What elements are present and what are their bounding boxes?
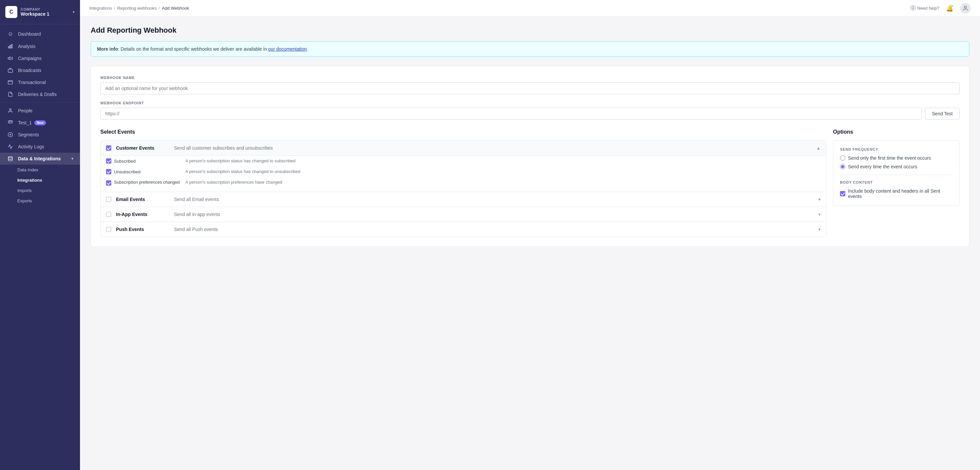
webhook-endpoint-label: WEBHOOK ENDPOINT xyxy=(100,101,960,105)
breadcrumb-reporting-webhooks[interactable]: Reporting webhooks xyxy=(117,6,157,11)
first-time-radio-wrap[interactable]: Send only the first time the event occur… xyxy=(840,155,953,161)
sidebar-item-test1[interactable]: Test_1 New xyxy=(0,117,80,129)
notification-bell[interactable]: 🔔 xyxy=(946,5,953,12)
unsubscribed-checkbox[interactable] xyxy=(106,169,111,174)
body-content-checkbox[interactable] xyxy=(840,191,845,196)
analysis-icon xyxy=(7,44,14,49)
sidebar-subitem-exports[interactable]: Exports xyxy=(0,196,80,206)
breadcrumb-sep-2: / xyxy=(159,6,160,11)
sidebar-item-analysis[interactable]: Analysis xyxy=(0,40,80,53)
push-events-checkbox[interactable] xyxy=(106,227,111,232)
webhook-name-input[interactable] xyxy=(100,82,960,94)
nav-divider xyxy=(0,102,80,103)
workspace-name: Workspace 1 xyxy=(21,11,73,17)
customer-events-chevron-up[interactable]: ▲ xyxy=(816,145,821,151)
sidebar-item-label: Transactional xyxy=(18,80,46,85)
email-events-chevron[interactable]: ▾ xyxy=(818,197,821,202)
campaigns-icon xyxy=(7,56,14,61)
push-events-row: Push Events Send all Push events ▾ xyxy=(101,222,826,237)
body-content-cb-wrap[interactable]: Include body content and headers in all … xyxy=(840,188,953,199)
sidebar-item-people[interactable]: People xyxy=(0,105,80,117)
workspace-header[interactable]: C COMPANY Workspace 1 ▾ xyxy=(0,0,80,24)
every-time-label: Send every time the event occurs xyxy=(848,164,917,169)
sidebar-item-label: Segments xyxy=(18,132,39,137)
company-logo: C xyxy=(5,6,18,18)
push-events-header[interactable]: Push Events Send all Push events ▾ xyxy=(106,227,821,232)
customer-events-row: Customer Events Send all customer subscr… xyxy=(101,141,826,156)
in-app-events-header[interactable]: In-App Events Send all in-app events ▾ xyxy=(106,212,821,217)
every-time-radio[interactable] xyxy=(840,164,845,169)
options-column: Options SEND FREQUENCY Send only the fir… xyxy=(833,129,960,206)
test1-icon xyxy=(7,120,14,125)
email-events-name: Email Events xyxy=(116,197,169,202)
sidebar-item-deliveries[interactable]: Deliveries & Drafts xyxy=(0,88,80,100)
two-column-layout: Select Events Customer Events Send xyxy=(100,129,960,237)
subscribed-row: Subscribed A person's subscription statu… xyxy=(106,156,821,166)
push-events-chevron[interactable]: ▾ xyxy=(818,227,821,232)
sidebar-nav: ⊙ Dashboard Analysis Campaigns Broadcast… xyxy=(0,24,80,470)
sidebar-subitem-data-index[interactable]: Data Index xyxy=(0,165,80,175)
subscription-pref-cb-wrap: Subscription preferences changed xyxy=(106,180,181,186)
sidebar-item-broadcasts[interactable]: Broadcasts xyxy=(0,64,80,76)
info-text: : Details on the format and specific web… xyxy=(118,46,267,52)
email-events-desc: Send all Email events xyxy=(174,197,814,202)
email-events-checkbox[interactable] xyxy=(106,197,111,202)
in-app-events-checkbox[interactable] xyxy=(106,212,111,217)
push-events-desc: Send all Push events xyxy=(174,227,814,232)
email-events-header[interactable]: Email Events Send all Email events ▾ xyxy=(106,197,821,202)
webhook-name-label: WEBHOOK NAME xyxy=(100,76,960,80)
breadcrumb-integrations[interactable]: Integrations xyxy=(89,6,112,11)
main-content: Integrations / Reporting webhooks / Add … xyxy=(80,0,980,470)
broadcasts-icon xyxy=(7,68,14,73)
events-column: Select Events Customer Events Send xyxy=(100,129,826,237)
customer-events-checkbox[interactable] xyxy=(106,145,111,151)
webhook-endpoint-input[interactable] xyxy=(100,108,922,119)
info-prefix: More info xyxy=(97,46,118,52)
svg-rect-1 xyxy=(10,45,11,48)
breadcrumb: Integrations / Reporting webhooks / Add … xyxy=(89,6,189,11)
in-app-events-row: In-App Events Send all in-app events ▾ xyxy=(101,207,826,222)
subscribed-checkbox[interactable] xyxy=(106,158,111,164)
info-link[interactable]: our documentation xyxy=(268,46,307,52)
subitem-label: Imports xyxy=(18,188,32,193)
svg-marker-3 xyxy=(8,57,10,60)
customer-events-header[interactable]: Customer Events Send all customer subscr… xyxy=(106,145,821,151)
push-events-cb-wrap xyxy=(106,227,111,232)
subscription-pref-checkbox[interactable] xyxy=(106,180,111,186)
sidebar-item-activity-logs[interactable]: Activity Logs xyxy=(0,141,80,153)
new-badge: New xyxy=(34,120,46,125)
form-card: WEBHOOK NAME WEBHOOK ENDPOINT Send Test … xyxy=(91,66,969,247)
company-info: COMPANY Workspace 1 xyxy=(21,7,73,17)
in-app-events-chevron[interactable]: ▾ xyxy=(818,212,821,217)
subitem-label: Data Index xyxy=(18,167,38,172)
every-time-radio-wrap[interactable]: Send every time the event occurs xyxy=(840,164,953,169)
transactional-icon xyxy=(7,80,14,85)
unsubscribed-desc: A person's subscription status has chang… xyxy=(185,169,300,174)
sidebar-item-transactional[interactable]: Transactional xyxy=(0,76,80,88)
sidebar-subitem-imports[interactable]: Imports xyxy=(0,185,80,196)
body-content-checkbox-label: Include body content and headers in all … xyxy=(848,188,953,199)
subscription-pref-desc: A person's subscription preferences have… xyxy=(185,180,282,185)
options-panel: SEND FREQUENCY Send only the first time … xyxy=(833,140,960,206)
sidebar-item-data-integrations[interactable]: Data & Integrations ▾ xyxy=(0,153,80,165)
sidebar-subitem-integrations[interactable]: Integrations xyxy=(0,175,80,185)
sidebar-item-segments[interactable]: Segments xyxy=(0,129,80,141)
user-avatar[interactable] xyxy=(960,3,970,14)
svg-rect-0 xyxy=(8,46,10,48)
help-link[interactable]: ⓪ Need help? xyxy=(910,5,940,12)
options-title: Options xyxy=(833,129,960,135)
notification-dot xyxy=(951,5,953,7)
unsubscribed-cb-wrap: Unsubscribed xyxy=(106,169,181,174)
send-test-button[interactable]: Send Test xyxy=(925,108,960,119)
unsubscribed-name: Unsubscribed xyxy=(114,169,181,174)
subscription-pref-name: Subscription preferences changed xyxy=(114,180,181,185)
topbar: Integrations / Reporting webhooks / Add … xyxy=(80,0,980,17)
svg-point-6 xyxy=(10,109,11,110)
sidebar-item-campaigns[interactable]: Campaigns xyxy=(0,53,80,64)
svg-point-9 xyxy=(964,6,966,8)
webhook-endpoint-group: WEBHOOK ENDPOINT Send Test xyxy=(100,101,960,119)
svg-rect-5 xyxy=(8,81,12,84)
first-time-label: Send only the first time the event occur… xyxy=(848,155,931,161)
first-time-radio[interactable] xyxy=(840,155,845,161)
sidebar-item-dashboard[interactable]: ⊙ Dashboard xyxy=(0,28,80,40)
